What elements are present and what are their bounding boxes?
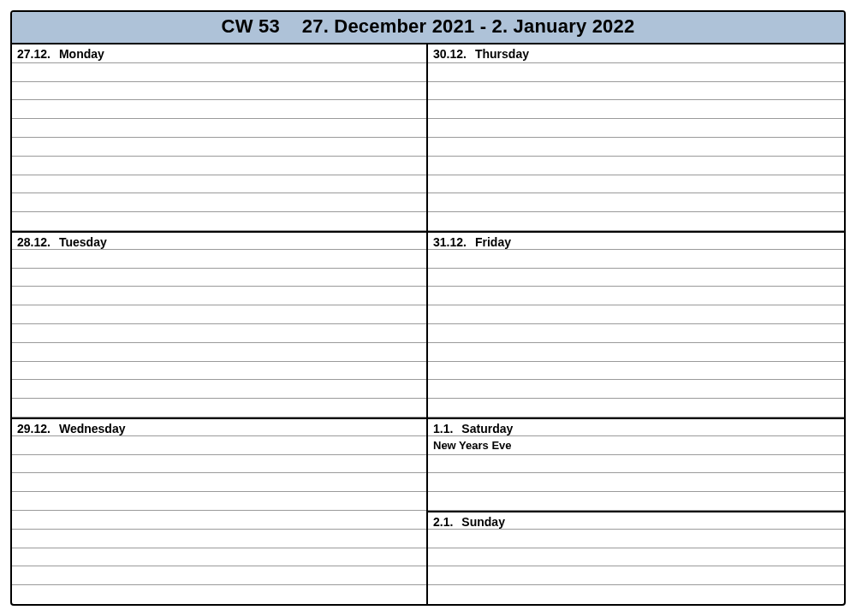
planner-grid: 27.12. Monday28.12. Tuesday29.12. Wednes… — [12, 44, 844, 604]
empty-line — [428, 212, 844, 231]
empty-line — [12, 473, 426, 492]
day-date: 1.1. — [433, 422, 453, 435]
empty-line — [428, 250, 844, 269]
day-date: 28.12. — [17, 235, 51, 249]
empty-line — [12, 287, 426, 305]
empty-line — [428, 269, 844, 287]
day-date: 30.12. — [433, 47, 467, 61]
empty-line — [12, 63, 426, 82]
day-note: New Years Eve — [428, 436, 844, 455]
day-weekday: Sunday — [461, 515, 505, 529]
empty-line — [428, 473, 844, 492]
empty-line — [428, 193, 844, 212]
empty-line — [12, 380, 426, 399]
empty-line — [428, 82, 844, 101]
week-date-range: 27. December 2021 - 2. January 2022 — [302, 15, 635, 37]
empty-line — [12, 530, 426, 548]
empty-line — [428, 63, 844, 82]
day-header: 27.12. Monday — [12, 44, 426, 63]
empty-line — [428, 399, 844, 418]
empty-line — [12, 324, 426, 343]
empty-line — [428, 548, 844, 567]
day-weekday: Monday — [59, 47, 104, 61]
day-weekday: Thursday — [475, 47, 529, 61]
week-header: CW 5327. December 2021 - 2. January 2022 — [12, 12, 844, 44]
empty-line — [428, 100, 844, 119]
day-header: 31.12. Friday — [428, 231, 844, 250]
empty-line — [428, 566, 844, 585]
day-weekday: Saturday — [461, 422, 513, 435]
empty-line — [12, 492, 426, 511]
day-header: 30.12. Thursday — [428, 44, 844, 63]
week-planner: CW 5327. December 2021 - 2. January 2022… — [10, 10, 846, 606]
day-date: 31.12. — [433, 235, 467, 249]
empty-line — [12, 511, 426, 530]
day-weekday: Friday — [475, 235, 511, 249]
empty-line — [12, 362, 426, 381]
empty-line — [428, 119, 844, 138]
day-weekday: Tuesday — [59, 235, 107, 249]
empty-line — [428, 380, 844, 399]
left-column: 27.12. Monday28.12. Tuesday29.12. Wednes… — [12, 44, 428, 604]
empty-line — [12, 193, 426, 212]
empty-line — [12, 269, 426, 287]
empty-line — [12, 157, 426, 175]
empty-line — [428, 324, 844, 343]
day-date: 29.12. — [17, 422, 51, 435]
empty-line — [12, 343, 426, 362]
day-header: 2.1. Sunday — [428, 511, 844, 530]
empty-line — [12, 399, 426, 418]
empty-line — [428, 492, 844, 511]
empty-line — [428, 585, 844, 604]
empty-line — [428, 343, 844, 362]
empty-line — [12, 548, 426, 567]
day-weekday: Wednesday — [59, 422, 126, 435]
week-number: CW 53 — [222, 15, 280, 37]
day-header: 1.1. Saturday — [428, 418, 844, 436]
day-header: 28.12. Tuesday — [12, 231, 426, 250]
empty-line — [12, 250, 426, 269]
right-column: 30.12. Thursday31.12. Friday1.1. Saturda… — [428, 44, 844, 604]
empty-line — [12, 100, 426, 119]
empty-line — [12, 436, 426, 455]
empty-line — [12, 175, 426, 194]
empty-line — [12, 82, 426, 101]
empty-line — [428, 287, 844, 305]
empty-line — [428, 305, 844, 324]
empty-line — [12, 585, 426, 604]
empty-line — [12, 455, 426, 474]
empty-line — [428, 530, 844, 548]
empty-line — [428, 175, 844, 194]
day-date: 27.12. — [17, 47, 51, 61]
empty-line — [12, 212, 426, 231]
empty-line — [428, 138, 844, 157]
empty-line — [428, 362, 844, 381]
empty-line — [12, 138, 426, 157]
empty-line — [12, 119, 426, 138]
empty-line — [12, 305, 426, 324]
empty-line — [12, 566, 426, 585]
day-date: 2.1. — [433, 515, 453, 529]
empty-line — [428, 157, 844, 175]
empty-line — [428, 455, 844, 474]
day-header: 29.12. Wednesday — [12, 418, 426, 436]
